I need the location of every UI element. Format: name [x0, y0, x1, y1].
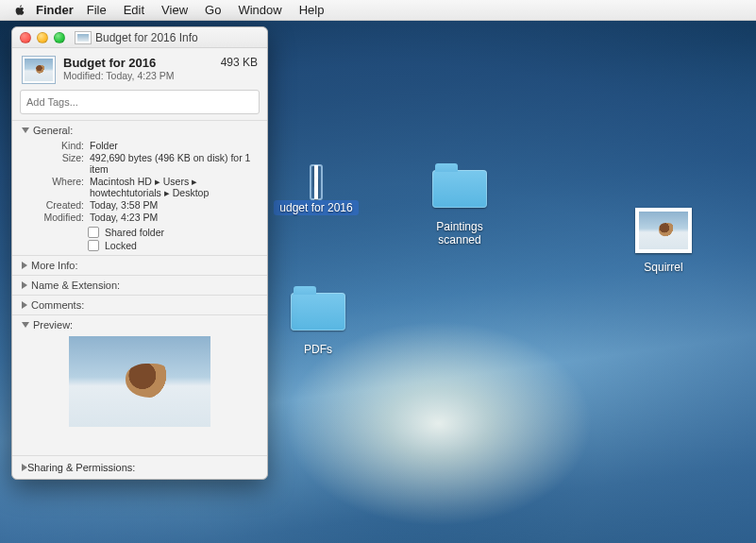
menu-view[interactable]: View: [161, 3, 188, 17]
disclosure-triangle-icon: [22, 262, 27, 269]
folder-icon: [291, 293, 345, 331]
disclosure-triangle-icon: [22, 127, 29, 133]
section-general-header[interactable]: General:: [22, 125, 258, 136]
where-key: Where:: [24, 176, 84, 198]
section-label: Comments:: [31, 299, 84, 311]
folder-icon: [432, 170, 487, 208]
shared-folder-row[interactable]: Shared folder: [88, 227, 258, 238]
section-name-extension[interactable]: Name & Extension:: [12, 275, 267, 295]
apple-logo-icon[interactable]: [13, 4, 26, 17]
kind-key: Kind:: [24, 140, 84, 151]
preview-image: [69, 336, 210, 427]
menu-window[interactable]: Window: [238, 3, 281, 17]
zoom-button[interactable]: [54, 32, 65, 43]
section-label: General:: [33, 125, 73, 136]
desktop-icon-budget[interactable]: udget for 2016: [264, 164, 368, 215]
info-header: Budget for 2016 Modified: Today, 4:23 PM…: [12, 48, 267, 90]
section-sharing[interactable]: Sharing & Permissions:: [12, 455, 267, 479]
menu-go[interactable]: Go: [205, 3, 221, 17]
info-size-badge: 493 KB: [221, 56, 258, 84]
tags-field[interactable]: [20, 90, 260, 114]
desktop-icon-label: udget for 2016: [274, 200, 358, 215]
menubar-app-name[interactable]: Finder: [36, 3, 74, 17]
info-header-icon: [22, 56, 56, 84]
desktop-icon-squirrel[interactable]: Squirrel: [612, 208, 715, 275]
desktop-icon-label: Squirrel: [638, 260, 688, 275]
created-value: Today, 3:58 PM: [90, 199, 256, 211]
section-preview: Preview:: [12, 314, 267, 455]
section-label: Sharing & Permissions:: [27, 462, 135, 473]
locked-row[interactable]: Locked: [88, 240, 258, 251]
menu-edit[interactable]: Edit: [124, 3, 144, 17]
info-item-name: Budget for 2016: [63, 56, 213, 70]
disclosure-triangle-icon: [22, 281, 27, 289]
section-label: Preview:: [33, 319, 73, 331]
where-value: Macintosh HD ▸ Users ▸ howtechtutorials …: [90, 176, 256, 198]
desktop-icon-label: Paintings scanned: [408, 219, 512, 247]
locked-label: Locked: [105, 240, 137, 251]
window-title: Budget for 2016 Info: [95, 31, 198, 44]
desktop-icon-pdfs[interactable]: PDFs: [266, 287, 370, 357]
info-item-modified: Modified: Today, 4:23 PM: [63, 70, 213, 81]
section-more-info[interactable]: More Info:: [12, 255, 267, 275]
created-key: Created:: [24, 199, 84, 211]
get-info-window: Budget for 2016 Info Budget for 2016 Mod…: [11, 26, 268, 480]
proxy-icon[interactable]: [75, 31, 92, 44]
size-value: 492,690 bytes (496 KB on disk) for 1 ite…: [90, 152, 256, 175]
disclosure-triangle-icon: [22, 322, 29, 328]
thumbnail-icon: [639, 212, 688, 249]
section-label: More Info:: [31, 260, 78, 271]
shared-folder-checkbox[interactable]: [88, 227, 99, 238]
modified-key: Modified:: [24, 212, 84, 223]
close-button[interactable]: [20, 32, 31, 43]
section-comments[interactable]: Comments:: [12, 295, 267, 314]
menu-help[interactable]: Help: [299, 3, 325, 17]
size-key: Size:: [24, 152, 84, 175]
modified-value: Today, 4:23 PM: [90, 212, 256, 223]
shared-folder-label: Shared folder: [105, 227, 164, 238]
locked-checkbox[interactable]: [88, 240, 99, 251]
kind-value: Folder: [90, 140, 256, 151]
minimize-button[interactable]: [37, 32, 48, 43]
section-preview-header[interactable]: Preview:: [22, 319, 258, 331]
desktop-icon-paintings[interactable]: Paintings scanned: [408, 164, 512, 247]
menubar: Finder File Edit View Go Window Help: [0, 0, 756, 21]
menu-file[interactable]: File: [87, 3, 107, 17]
section-general: General: Kind: Folder Size: 492,690 byte…: [12, 120, 267, 255]
desktop-icon-label: PDFs: [298, 342, 338, 357]
section-label: Name & Extension:: [31, 280, 120, 291]
disclosure-triangle-icon: [22, 301, 27, 309]
window-titlebar[interactable]: Budget for 2016 Info: [12, 27, 267, 48]
